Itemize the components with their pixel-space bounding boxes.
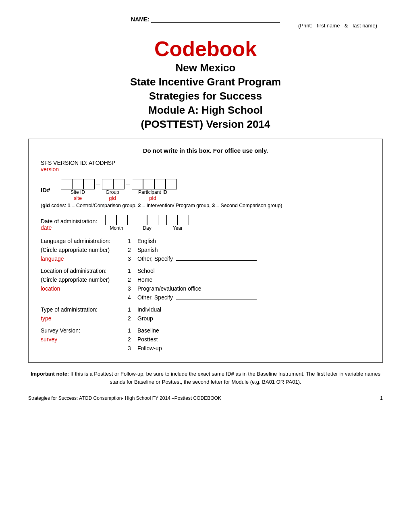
year-label: Year [173,225,183,231]
footer-page-number: 1 [380,395,383,401]
dash-1: – [96,179,100,189]
name-section: NAME: (Print: first name & last name) [28,16,383,29]
language-row-2: (Circle appropriate number) 2 Spanish [41,245,370,254]
group-box-1 [102,179,113,189]
survey-row-2: survey 2 Posttest [41,335,370,344]
name-subtext: (Print: first name & last name) [28,23,383,29]
location-row-1: Location of administration: 1 School [41,266,370,275]
participant-box-3 [154,179,166,189]
survey-num-1: 1 [121,326,137,335]
type-red: type [41,314,121,323]
year-group: Year [166,215,189,231]
lang-other-blank [176,260,257,261]
id-label: ID# [41,187,61,193]
location-circle: (Circle appropriate number) [41,275,121,284]
loc-val-3: Program/evaluation office [137,284,370,293]
language-circle: (Circle appropriate number) [41,245,121,254]
title-line5: (POSTTEST) Version 2014 [28,117,383,131]
year-box-2 [178,215,189,225]
day-label: Day [143,225,151,231]
participant-box-4 [166,179,177,189]
id-row: ID# – – [41,179,370,201]
year-boxes [166,215,189,225]
last-name-label: last name) [353,23,377,29]
spacer-3 [41,323,370,326]
id-section: ID# – – [41,179,370,208]
lang-num-3: 3 [121,254,137,263]
participant-boxes [132,179,177,189]
survey-row-1: Survey Version: 1 Baseline [41,326,370,335]
gid-codes: (gid codes: 1 = Control/Comparison group… [41,203,370,208]
location-row-2: (Circle appropriate number) 2 Home [41,275,370,284]
site-box-2 [72,179,83,189]
version-word: version [41,166,370,172]
site-red: site [61,195,95,201]
group-label: Group [101,189,124,195]
version-id: SFS VERSION ID: ATODHSP [41,160,370,166]
date-red: date [41,224,97,231]
survey-num-3: 3 [121,344,137,353]
ampersand: & [345,23,348,29]
footer-rest: If this is a Posttest or Follow-up, be s… [69,371,380,385]
footer-bold: Important note: [31,371,69,377]
gid-red: gid [101,195,124,201]
language-row-1: Language of administration: 1 English [41,237,370,245]
type-row-1: Type of administration: 1 Individual [41,305,370,314]
participant-label: Participant ID [130,189,175,195]
loc-val-4: Other, Specify [137,293,370,302]
survey-num-2: 2 [121,335,137,344]
location-label: Location of administration: [41,266,121,275]
boxes-line: – – [61,179,177,189]
participant-box-2 [143,179,154,189]
dash-2: – [126,179,130,189]
language-label: Language of administration: [41,237,121,245]
date-section: Date of administration: date Month [41,215,370,231]
date-label: Date of administration: [41,218,97,224]
date-boxes-row: Month Day [105,215,189,231]
lang-num-2: 2 [121,245,137,254]
name-underline [151,22,280,23]
page-footer: Strategies for Success: ATOD Consumption… [28,395,383,401]
title-line2: State Incentive Grant Program [28,75,383,89]
month-box-2 [116,215,128,225]
year-box-1 [166,215,178,225]
id-sublabels: Site ID Group Participant ID [61,189,177,195]
date-row: Date of administration: date Month [41,215,370,231]
lang-val-2: Spanish [137,245,370,254]
month-group: Month [105,215,128,231]
title-line3: Strategies for Success [28,89,383,103]
location-row-4: 4 Other, Specify [41,293,370,302]
spacer-1 [41,263,370,266]
office-box: Do not write in this box. For office use… [28,139,383,363]
day-group: Day [136,215,158,231]
site-box-3 [83,179,95,189]
type-num-2: 2 [121,314,137,323]
spacer-2 [41,302,370,305]
type-val-2: Group [137,314,370,323]
day-box-2 [147,215,158,225]
type-val-1: Individual [137,305,370,314]
loc-num-3: 3 [121,284,137,293]
office-box-title: Do not write in this box. For office use… [41,147,370,154]
site-boxes [61,179,95,189]
loc-num-2: 2 [121,275,137,284]
survey-label: Survey Version: [41,326,121,335]
language-red: language [41,254,121,263]
day-box-1 [136,215,147,225]
loc-num-4: 4 [121,293,137,302]
group-boxes [102,179,125,189]
pid-red: pid [130,195,175,201]
title-line1: New Mexico [28,61,383,75]
site-id-label: Site ID [61,189,95,195]
type-row-2: type 2 Group [41,314,370,323]
loc-val-2: Home [137,275,370,284]
name-label: NAME: [131,16,149,23]
lang-val-3: Other, Specify [137,254,370,263]
participant-box-1 [132,179,143,189]
id-boxes-group: – – Site [61,179,177,201]
red-labels: site gid pid [61,195,177,201]
month-box-1 [105,215,116,225]
loc-other-blank [176,299,257,299]
print-label: (Print: [298,23,312,29]
admin-table: Language of administration: 1 English (C… [41,237,370,353]
